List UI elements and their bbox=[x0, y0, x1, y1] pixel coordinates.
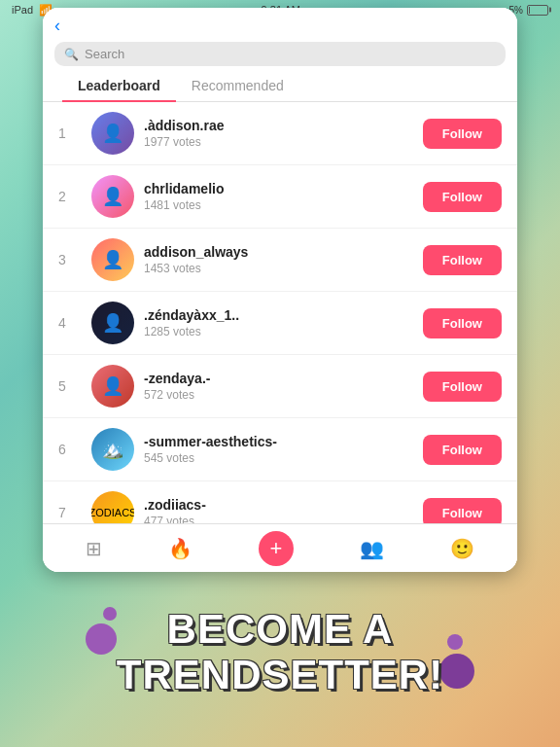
bottom-text-area: BECOME A TRENDSETTER! bbox=[0, 577, 560, 747]
follow-button-6[interactable]: Follow bbox=[423, 435, 502, 465]
headline-line2: TRENDSETTER! bbox=[117, 653, 443, 697]
votes-1: 1977 votes bbox=[144, 135, 423, 149]
list-item: 3 👤 addison_always 1453 votes Follow bbox=[43, 229, 517, 292]
votes-6: 545 votes bbox=[144, 451, 423, 465]
avatar-3: 👤 bbox=[91, 238, 134, 281]
avatar-4: 👤 bbox=[91, 302, 134, 344]
avatar-7: ZODIACS bbox=[91, 491, 134, 523]
top-nav: ‹ 🔍 Search bbox=[43, 8, 517, 70]
user-info-6: -summer-aesthetics- 545 votes bbox=[144, 434, 423, 465]
user-info-7: .zodiiacs- 477 votes bbox=[144, 497, 423, 523]
rank-7: 7 bbox=[58, 505, 82, 520]
user-info-2: chrlidamelio 1481 votes bbox=[144, 181, 423, 212]
avatar-5: 👤 bbox=[91, 365, 134, 408]
list-item: 2 👤 chrlidamelio 1481 votes Follow bbox=[43, 165, 517, 229]
username-1: .àddison.rae bbox=[144, 118, 423, 133]
user-info-4: .zéndayàxx_1.. 1285 votes bbox=[144, 307, 423, 338]
list-item: 5 👤 -zendaya.- 572 votes Follow bbox=[43, 355, 517, 418]
back-row: ‹ bbox=[54, 16, 506, 36]
trendsetter-headline: BECOME A TRENDSETTER! bbox=[117, 607, 443, 696]
people-icon[interactable]: 👥 bbox=[360, 537, 384, 560]
votes-3: 1453 votes bbox=[144, 262, 423, 275]
avatar-2: 👤 bbox=[91, 175, 134, 218]
rank-3: 3 bbox=[58, 252, 82, 267]
ipad-screen: ‹ 🔍 Search Leaderboard Recommended 1 👤 .… bbox=[43, 8, 517, 572]
rank-6: 6 bbox=[58, 442, 82, 457]
follow-button-3[interactable]: Follow bbox=[423, 245, 502, 275]
tab-row: Leaderboard Recommended bbox=[43, 70, 517, 102]
rank-2: 2 bbox=[58, 189, 82, 204]
avatar-6: 🏔️ bbox=[91, 428, 134, 471]
list-item: 1 👤 .àddison.rae 1977 votes Follow bbox=[43, 102, 517, 165]
user-info-5: -zendaya.- 572 votes bbox=[144, 371, 423, 402]
home-icon[interactable]: ⊞ bbox=[86, 537, 102, 560]
rank-5: 5 bbox=[58, 378, 82, 394]
follow-button-7[interactable]: Follow bbox=[423, 498, 502, 524]
votes-4: 1285 votes bbox=[144, 325, 423, 338]
tab-recommended[interactable]: Recommended bbox=[176, 70, 299, 101]
user-info-1: .àddison.rae 1977 votes bbox=[144, 118, 423, 149]
smile-icon[interactable]: 🙂 bbox=[450, 537, 474, 560]
user-info-3: addison_always 1453 votes bbox=[144, 244, 423, 275]
votes-5: 572 votes bbox=[144, 388, 423, 402]
username-5: -zendaya.- bbox=[144, 371, 423, 386]
list-item: 6 🏔️ -summer-aesthetics- 545 votes Follo… bbox=[43, 418, 517, 481]
flame-icon[interactable]: 🔥 bbox=[168, 537, 192, 560]
headline-line1: BECOME A bbox=[117, 607, 443, 652]
search-placeholder: Search bbox=[85, 47, 124, 61]
follow-button-2[interactable]: Follow bbox=[423, 182, 502, 212]
search-bar[interactable]: 🔍 Search bbox=[54, 42, 506, 66]
list-item: 7 ZODIACS .zodiiacs- 477 votes Follow bbox=[43, 481, 517, 523]
username-7: .zodiiacs- bbox=[144, 497, 423, 513]
username-2: chrlidamelio bbox=[144, 181, 423, 196]
follow-button-1[interactable]: Follow bbox=[423, 119, 502, 149]
leaderboard-list: 1 👤 .àddison.rae 1977 votes Follow 2 👤 c… bbox=[43, 102, 517, 523]
username-6: -summer-aesthetics- bbox=[144, 434, 423, 449]
device-label: iPad bbox=[12, 4, 33, 16]
avatar-1: 👤 bbox=[91, 112, 134, 155]
rank-1: 1 bbox=[58, 125, 82, 141]
list-item: 4 👤 .zéndayàxx_1.. 1285 votes Follow bbox=[43, 292, 517, 355]
votes-2: 1481 votes bbox=[144, 198, 423, 212]
battery-icon bbox=[527, 5, 548, 16]
back-button[interactable]: ‹ bbox=[54, 16, 60, 36]
status-right: 5% bbox=[509, 5, 548, 16]
follow-button-4[interactable]: Follow bbox=[423, 308, 502, 338]
tab-leaderboard[interactable]: Leaderboard bbox=[62, 70, 176, 101]
rank-4: 4 bbox=[58, 315, 82, 331]
bottom-nav: ⊞ 🔥 + 👥 🙂 bbox=[43, 523, 517, 572]
votes-7: 477 votes bbox=[144, 515, 423, 523]
username-3: addison_always bbox=[144, 244, 423, 260]
add-icon[interactable]: + bbox=[259, 531, 294, 566]
search-icon: 🔍 bbox=[64, 48, 79, 61]
username-4: .zéndayàxx_1.. bbox=[144, 307, 423, 323]
follow-button-5[interactable]: Follow bbox=[423, 372, 502, 402]
